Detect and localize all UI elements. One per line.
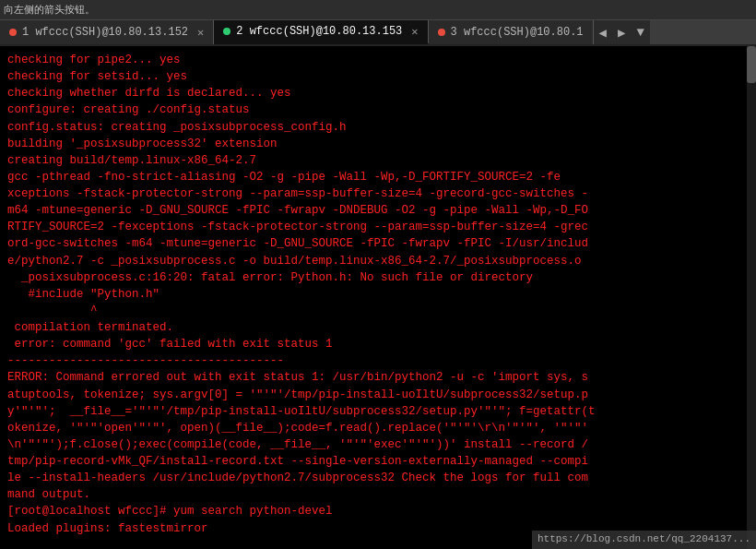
terminal-line: config.status: creating _posixsubprocess… bbox=[7, 119, 750, 136]
tab-nav-next[interactable]: ▶ bbox=[612, 20, 631, 44]
scrollbar-thumb[interactable] bbox=[747, 46, 756, 83]
terminal-line: tmp/pip-record-vMk_QF/install-record.txt… bbox=[7, 453, 750, 470]
terminal-line: compilation terminated. bbox=[7, 319, 750, 336]
terminal: checking for pipe2... yeschecking for se… bbox=[0, 46, 756, 549]
tab-1[interactable]: 1 wfccc(SSH)@10.80.13.152 ✕ bbox=[0, 20, 214, 44]
tab-3[interactable]: 3 wfccc(SSH)@10.80.1 bbox=[429, 20, 594, 44]
terminal-line: m64 -mtune=generic -D_GNU_SOURCE -fPIC -… bbox=[7, 202, 750, 219]
tab-3-dot bbox=[438, 29, 445, 36]
tab-nav-menu[interactable]: ▼ bbox=[631, 20, 649, 44]
tab-3-label: 3 wfccc(SSH)@10.80.1 bbox=[451, 26, 584, 39]
tab-1-dot bbox=[9, 29, 17, 36]
terminal-line: checking whether dirfd is declared... ye… bbox=[7, 85, 750, 101]
terminal-line: [root@localhost wfccc]# yum search pytho… bbox=[7, 503, 750, 519]
tab-bar: 1 wfccc(SSH)@10.80.13.152 ✕ 2 wfccc(SSH)… bbox=[0, 20, 756, 46]
tab-1-label: 1 wfccc(SSH)@10.80.13.152 bbox=[22, 26, 188, 39]
terminal-line: ---------------------------------------- bbox=[7, 352, 750, 369]
terminal-line: mand output. bbox=[7, 486, 750, 503]
scrollbar[interactable] bbox=[747, 46, 756, 549]
terminal-line: le --install-headers /usr/include/python… bbox=[7, 470, 750, 486]
top-hint-bar: 向左侧的箭头按钮。 bbox=[0, 0, 756, 20]
tab-nav-prev[interactable]: ◀ bbox=[594, 20, 612, 44]
terminal-line: checking for pipe2... yes bbox=[7, 52, 750, 68]
terminal-line: RTIFY_SOURCE=2 -fexceptions -fstack-prot… bbox=[7, 219, 750, 235]
tab-1-close[interactable]: ✕ bbox=[197, 26, 204, 40]
terminal-line: gcc -pthread -fno-strict-aliasing -O2 -g… bbox=[7, 169, 750, 185]
terminal-line: creating build/temp.linux-x86_64-2.7 bbox=[7, 152, 750, 169]
terminal-line: ^ bbox=[7, 303, 750, 319]
tab-2-dot bbox=[223, 28, 230, 35]
tab-2-close[interactable]: ✕ bbox=[411, 25, 418, 39]
terminal-line: \n'"'"');f.close();exec(compile(code, __… bbox=[7, 436, 750, 453]
terminal-line: checking for setsid... yes bbox=[7, 68, 750, 85]
terminal-line: okenize, '"'"'open'"'"', open)(__file__)… bbox=[7, 420, 750, 436]
terminal-content: checking for pipe2... yeschecking for se… bbox=[7, 52, 750, 537]
terminal-line: #include "Python.h" bbox=[7, 286, 750, 303]
hint-text: 向左侧的箭头按钮。 bbox=[4, 3, 95, 17]
terminal-line: atuptools, tokenize; sys.argv[0] = '"'"'… bbox=[7, 387, 750, 403]
terminal-line: xceptions -fstack-protector-strong --par… bbox=[7, 185, 750, 202]
terminal-line: error: command 'gcc' failed with exit st… bbox=[7, 336, 750, 352]
terminal-line: y'"'"'; __file__='"'"'/tmp/pip-install-u… bbox=[7, 403, 750, 420]
url-bar: https://blog.csdn.net/qq_2204137... bbox=[532, 531, 756, 549]
tab-2[interactable]: 2 wfccc(SSH)@10.80.13.153 ✕ bbox=[214, 20, 428, 44]
terminal-line: configure: creating ./config.status bbox=[7, 101, 750, 118]
terminal-line: e/python2.7 -c _posixsubprocess.c -o bui… bbox=[7, 253, 750, 269]
terminal-line: _posixsubprocess.c:16:20: fatal error: P… bbox=[7, 269, 750, 286]
tab-2-label: 2 wfccc(SSH)@10.80.13.153 bbox=[236, 25, 402, 38]
terminal-line: ord-gcc-switches -m64 -mtune=generic -D_… bbox=[7, 235, 750, 252]
terminal-line: ERROR: Command errored out with exit sta… bbox=[7, 369, 750, 386]
terminal-line: building '_posixsubprocess32' extension bbox=[7, 136, 750, 152]
